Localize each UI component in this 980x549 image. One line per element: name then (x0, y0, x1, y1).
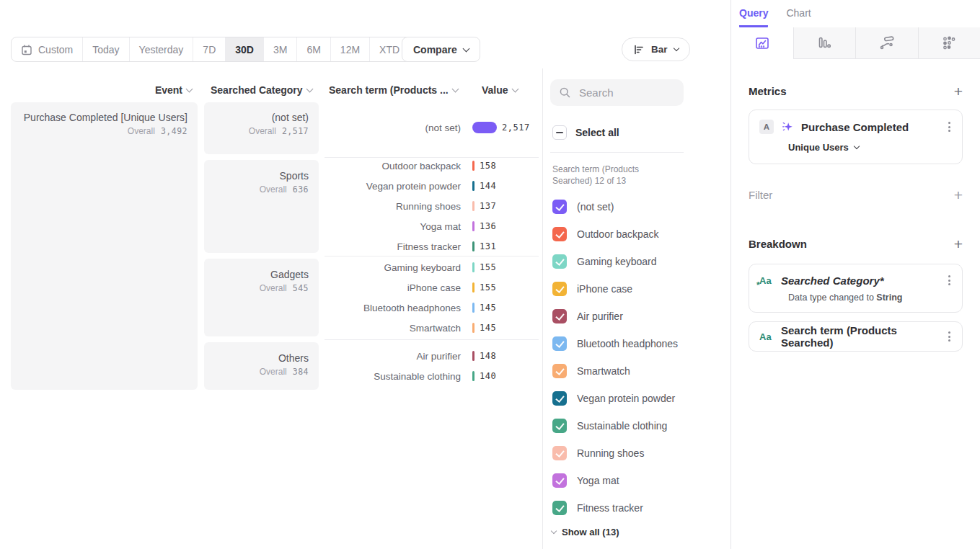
date-range-today[interactable]: Today (82, 37, 128, 61)
legend-item[interactable]: iPhone case (552, 282, 730, 296)
metric-letter-badge: A (759, 120, 774, 134)
filter-section-title: Filter (749, 189, 772, 201)
chevron-down-icon (854, 143, 860, 149)
checkbox-checked[interactable] (552, 254, 567, 269)
value-bar (472, 122, 497, 133)
funnels-bars-icon (816, 35, 833, 52)
metric-card[interactable]: A Purchase Completed Unique Users (749, 110, 963, 164)
breakdown-note: Data type changed to String (788, 293, 952, 303)
breakdown-card[interactable]: Aa Search term (Products Searched) (749, 321, 963, 352)
group-divider (325, 256, 539, 256)
kebab-menu-icon[interactable] (947, 330, 952, 343)
term-row: Gaming keyboard 155 (325, 257, 539, 277)
query-builder-panel: Query Chart (730, 0, 980, 549)
checkbox-checked[interactable] (552, 309, 567, 323)
report-type-flows[interactable] (855, 27, 918, 59)
breakdown-card[interactable]: Aa* Searched Category* Data type changed… (749, 264, 963, 313)
chevron-down-icon (451, 86, 459, 93)
date-range-label: Custom (38, 44, 73, 55)
category-cell: (not set) Overall2,517 (204, 102, 319, 154)
term-row: Fitness tracker 131 (325, 236, 539, 256)
date-range-12m[interactable]: 12M (330, 37, 369, 61)
checkbox-checked[interactable] (552, 200, 567, 214)
segment-search[interactable] (550, 79, 684, 106)
column-header-value[interactable]: Value (482, 84, 518, 96)
checkbox-checked[interactable] (552, 336, 567, 351)
date-range-yesterday[interactable]: Yesterday (129, 37, 193, 61)
segment-group-label: Search term (Products Searched) 12 of 13 (552, 164, 671, 187)
select-all-checkbox-indeterminate[interactable] (552, 125, 567, 140)
search-input[interactable] (578, 86, 674, 99)
compare-button[interactable]: Compare (402, 37, 480, 62)
checkbox-checked[interactable] (552, 227, 567, 241)
breakdown-section-title: Breakdown (749, 238, 807, 250)
report-type-strip (731, 27, 980, 59)
checkbox-checked[interactable] (552, 501, 567, 515)
bar-chart-icon (633, 44, 645, 55)
select-all-row[interactable]: Select all (552, 125, 730, 140)
chevron-down-icon (511, 86, 518, 93)
checkbox-checked[interactable] (552, 282, 567, 296)
term-row: iPhone case 155 (325, 277, 539, 298)
legend-item[interactable]: Smartwatch (552, 364, 730, 378)
report-type-retention[interactable] (918, 27, 980, 59)
tab-query[interactable]: Query (739, 7, 768, 27)
legend-item[interactable]: Outdoor backpack (552, 227, 730, 241)
chevron-down-icon (462, 45, 469, 52)
term-row: Bluetooth headphones 145 (325, 298, 539, 318)
date-range-custom[interactable]: Custom (12, 37, 82, 61)
report-type-insights-selected[interactable] (731, 27, 793, 59)
term-row: Smartwatch 145 (325, 318, 539, 338)
add-breakdown-button[interactable]: + (954, 239, 963, 249)
value-bar (472, 323, 474, 333)
checkbox-checked[interactable] (552, 419, 567, 433)
calendar-icon (21, 44, 32, 55)
tab-chart[interactable]: Chart (786, 7, 811, 27)
legend-item[interactable]: Vegan protein powder (552, 391, 730, 406)
column-header-event[interactable]: Event (11, 84, 198, 96)
legend-item[interactable]: Gaming keyboard (552, 254, 730, 269)
column-header-searched-category[interactable]: Searched Category (211, 84, 312, 96)
checkbox-checked[interactable] (552, 473, 567, 488)
legend-item[interactable]: Sustainable clothing (552, 419, 730, 433)
legend-item[interactable]: Yoga mat (552, 473, 730, 488)
value-bar (472, 282, 474, 293)
value-bar (472, 262, 474, 272)
checkbox-checked[interactable] (552, 446, 567, 460)
event-cell: Purchase Completed [Unique Users] Overal… (11, 102, 198, 390)
legend-item[interactable]: Bluetooth headphones (552, 336, 730, 351)
legend-item[interactable]: Air purifier (552, 309, 730, 323)
legend-item[interactable]: Running shoes (552, 446, 730, 460)
add-filter-button[interactable]: + (954, 190, 963, 200)
metrics-section-title: Metrics (749, 85, 787, 97)
kebab-menu-icon[interactable] (947, 274, 952, 287)
string-property-icon: Aa* (759, 275, 775, 286)
add-metric-button[interactable]: + (954, 86, 963, 97)
breakdown-property-name: Searched Category* (781, 274, 884, 287)
value-bar (472, 181, 474, 191)
kebab-menu-icon[interactable] (947, 120, 952, 133)
category-cell: Gadgets Overall545 (204, 259, 319, 336)
date-range-6m[interactable]: 6M (296, 37, 330, 61)
legend-item[interactable]: (not set) (552, 200, 730, 214)
show-all-toggle[interactable]: Show all (13) (552, 527, 730, 537)
value-bar (472, 201, 474, 211)
report-type-funnels[interactable] (793, 27, 856, 59)
value-bar (472, 303, 474, 313)
date-range-7d[interactable]: 7D (193, 37, 225, 61)
date-range-3m[interactable]: 3M (263, 37, 296, 61)
checkbox-checked[interactable] (552, 364, 567, 378)
checkbox-checked[interactable] (552, 391, 567, 406)
chevron-down-icon (551, 528, 557, 534)
column-header-search-term[interactable]: Search term (Products ... (329, 84, 458, 96)
value-bar (472, 371, 474, 381)
category-cell: Others Overall384 (204, 342, 319, 390)
group-divider (325, 339, 539, 340)
term-row: Sustainable clothing 140 (325, 366, 539, 386)
chart-type-dropdown[interactable]: Bar (622, 37, 690, 61)
metric-event-name: Purchase Completed (801, 121, 909, 133)
date-range-30d-selected[interactable]: 30D (225, 37, 263, 61)
measure-dropdown[interactable]: Unique Users (788, 142, 952, 153)
date-range-selector[interactable]: Custom Today Yesterday 7D 30D 3M 6M 12M … (11, 37, 420, 62)
legend-item[interactable]: Fitness tracker (552, 501, 730, 515)
